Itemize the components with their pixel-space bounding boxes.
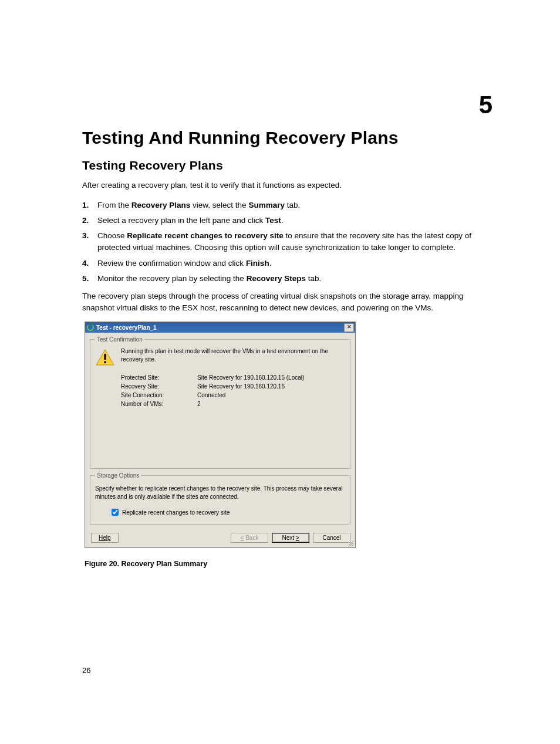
- dialog-body: Test Confirmation Running this plan in t…: [85, 333, 355, 529]
- step-text: From the Recovery Plans view, select the…: [97, 199, 495, 211]
- document-page: 5 Testing And Running Recovery Plans Tes…: [0, 0, 560, 744]
- property-value: Site Recovery for 190.160.120.16: [197, 383, 345, 390]
- close-button[interactable]: ✕: [344, 323, 354, 332]
- checkbox-label: Replicate recent changes to recovery sit…: [122, 509, 230, 516]
- page-number: 26: [82, 666, 90, 675]
- step-number: 3.: [82, 230, 97, 254]
- svg-rect-1: [104, 354, 106, 360]
- property-row: Protected Site: Site Recovery for 190.16…: [121, 374, 345, 381]
- property-row: Site Connection: Connected: [121, 392, 345, 398]
- property-label: Site Connection:: [121, 392, 197, 398]
- dialog-title: Test - recoveryPlan_1: [96, 324, 344, 331]
- confirmation-text: Running this plan in test mode will reco…: [121, 347, 345, 366]
- property-row: Number of VMs: 2: [121, 401, 345, 407]
- test-recovery-dialog: Test - recoveryPlan_1 ✕ Test Confirmatio…: [85, 322, 356, 548]
- step-text: Choose Replicate recent changes to recov…: [97, 230, 495, 254]
- warning-icon: [95, 349, 115, 366]
- help-button[interactable]: Help: [91, 533, 119, 543]
- list-item: 1. From the Recovery Plans view, select …: [82, 199, 495, 211]
- property-label: Recovery Site:: [121, 383, 197, 390]
- intro-paragraph: After creating a recovery plan, test it …: [82, 180, 495, 191]
- figure-caption: Figure 20. Recovery Plan Summary: [85, 560, 495, 568]
- group-legend: Test Confirmation: [95, 336, 144, 343]
- step-number: 5.: [82, 273, 97, 285]
- cancel-button[interactable]: Cancel: [313, 533, 350, 543]
- dialog-titlebar: Test - recoveryPlan_1 ✕: [85, 322, 355, 333]
- section-title: Testing Recovery Plans: [82, 158, 495, 173]
- property-label: Number of VMs:: [121, 401, 197, 407]
- storage-description: Specify whether to replicate recent chan…: [95, 485, 345, 500]
- step-number: 1.: [82, 199, 97, 211]
- chapter-number: 5: [479, 91, 492, 119]
- step-number: 4.: [82, 258, 97, 269]
- step-number: 2.: [82, 215, 97, 226]
- progress-icon: [87, 324, 94, 331]
- replicate-checkbox-row[interactable]: Replicate recent changes to recovery sit…: [112, 509, 345, 516]
- list-item: 2. Select a recovery plan in the left pa…: [82, 215, 495, 226]
- svg-rect-2: [104, 361, 106, 363]
- list-item: 3. Choose Replicate recent changes to re…: [82, 230, 495, 254]
- replicate-checkbox[interactable]: [112, 509, 119, 516]
- property-list: Protected Site: Site Recovery for 190.16…: [121, 374, 345, 407]
- step-text: Select a recovery plan in the left pane …: [97, 215, 495, 226]
- svg-line-5: [352, 545, 353, 546]
- storage-options-group: Storage Options Specify whether to repli…: [90, 472, 350, 525]
- chapter-title: Testing And Running Recovery Plans: [82, 128, 495, 148]
- property-row: Recovery Site: Site Recovery for 190.160…: [121, 383, 345, 390]
- next-button[interactable]: Next >: [272, 533, 309, 543]
- list-item: 5. Monitor the recovery plan by selectin…: [82, 273, 495, 285]
- property-label: Protected Site:: [121, 374, 197, 381]
- property-value: Connected: [197, 392, 345, 398]
- step-text: Review the confirmation window and click…: [97, 258, 495, 269]
- step-text: Monitor the recovery plan by selecting t…: [97, 273, 495, 285]
- property-value: Site Recovery for 190.160.120.15 (Local): [197, 374, 345, 381]
- dialog-footer: Help < Back Next > Cancel: [85, 529, 355, 547]
- group-legend: Storage Options: [95, 472, 141, 479]
- resize-grip-icon[interactable]: [347, 539, 354, 546]
- property-value: 2: [197, 401, 345, 407]
- test-confirmation-group: Test Confirmation Running this plan in t…: [90, 336, 350, 469]
- back-button[interactable]: < Back: [231, 533, 268, 543]
- list-item: 4. Review the confirmation window and cl…: [82, 258, 495, 269]
- body-paragraph: The recovery plan steps through the proc…: [82, 290, 495, 313]
- step-list: 1. From the Recovery Plans view, select …: [82, 199, 495, 285]
